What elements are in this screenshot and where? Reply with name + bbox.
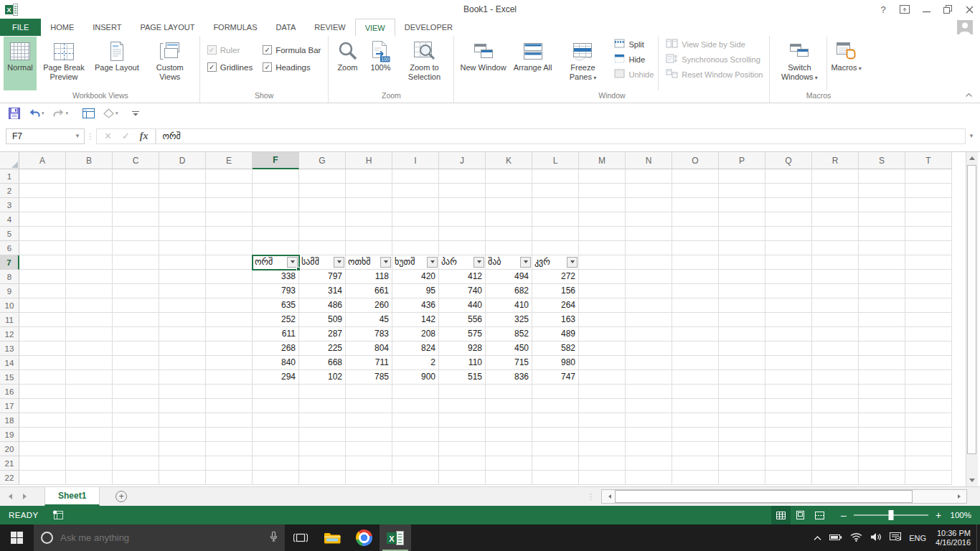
cell-Q21[interactable] — [765, 456, 812, 471]
cell-I1[interactable] — [392, 169, 439, 184]
cell-T12[interactable] — [905, 327, 952, 342]
cell-S18[interactable] — [859, 413, 905, 428]
cell-Q11[interactable] — [765, 313, 812, 327]
cell-D18[interactable] — [159, 413, 206, 428]
cell-E16[interactable] — [206, 385, 253, 399]
cell-L21[interactable] — [532, 456, 579, 471]
cell-R1[interactable] — [812, 169, 859, 184]
tab-home[interactable]: HOME — [41, 19, 83, 36]
cell-M22[interactable] — [579, 471, 626, 485]
row-header-17[interactable]: 17 — [0, 399, 19, 413]
cell-L14[interactable]: 980 — [532, 356, 579, 370]
save-button[interactable] — [6, 106, 23, 121]
row-header-6[interactable]: 6 — [0, 241, 19, 255]
cell-J2[interactable] — [439, 184, 486, 198]
cell-K21[interactable] — [486, 456, 532, 471]
row-header-15[interactable]: 15 — [0, 370, 19, 385]
cell-C1[interactable] — [113, 169, 159, 184]
cell-O9[interactable] — [672, 284, 719, 298]
row-header-21[interactable]: 21 — [0, 456, 19, 471]
tab-file[interactable]: FILE — [0, 19, 41, 36]
cell-L11[interactable]: 163 — [532, 313, 579, 327]
cell-C6[interactable] — [113, 241, 159, 255]
cell-G4[interactable] — [299, 212, 346, 227]
cell-J14[interactable]: 110 — [439, 356, 486, 370]
cell-P6[interactable] — [719, 241, 765, 255]
cell-C5[interactable] — [113, 227, 159, 241]
cell-H8[interactable]: 118 — [346, 270, 392, 284]
scroll-up-arrow[interactable] — [966, 152, 978, 164]
cell-M18[interactable] — [579, 413, 626, 428]
cell-B2[interactable] — [66, 184, 113, 198]
cell-C8[interactable] — [113, 270, 159, 284]
tab-review[interactable]: REVIEW — [305, 19, 354, 36]
cell-G11[interactable]: 509 — [299, 313, 346, 327]
cell-I10[interactable]: 436 — [392, 298, 439, 313]
cell-T6[interactable] — [905, 241, 952, 255]
previous-sheet-arrow[interactable] — [0, 487, 17, 506]
cell-E21[interactable] — [206, 456, 253, 471]
column-header-L[interactable]: L — [532, 152, 579, 169]
zoom-100-button[interactable]: 100 100% — [364, 37, 397, 90]
close-button[interactable] — [958, 0, 980, 19]
cell-H18[interactable] — [346, 413, 392, 428]
cell-E18[interactable] — [206, 413, 253, 428]
cell-N12[interactable] — [626, 327, 672, 342]
status-page-break-preview-button[interactable] — [810, 506, 829, 524]
filter-dropdown-button[interactable] — [473, 257, 484, 268]
cell-F13[interactable]: 268 — [253, 342, 299, 356]
cell-I5[interactable] — [392, 227, 439, 241]
cell-P17[interactable] — [719, 399, 765, 413]
cell-O6[interactable] — [672, 241, 719, 255]
cell-T5[interactable] — [905, 227, 952, 241]
cell-L2[interactable] — [532, 184, 579, 198]
cell-H15[interactable]: 785 — [346, 370, 392, 385]
cell-T17[interactable] — [905, 399, 952, 413]
cell-Q5[interactable] — [765, 227, 812, 241]
cell-I8[interactable]: 420 — [392, 270, 439, 284]
cell-H6[interactable] — [346, 241, 392, 255]
zoom-slider-thumb[interactable] — [889, 510, 894, 520]
cell-A5[interactable] — [19, 227, 66, 241]
cell-M15[interactable] — [579, 370, 626, 385]
cell-G20[interactable] — [299, 442, 346, 456]
cell-J15[interactable]: 515 — [439, 370, 486, 385]
cell-O14[interactable] — [672, 356, 719, 370]
cell-L18[interactable] — [532, 413, 579, 428]
cell-M8[interactable] — [579, 270, 626, 284]
cell-P3[interactable] — [719, 198, 765, 212]
cell-Q2[interactable] — [765, 184, 812, 198]
new-sheet-button[interactable]: + — [116, 491, 127, 502]
cell-N4[interactable] — [626, 212, 672, 227]
cell-H19[interactable] — [346, 428, 392, 442]
cell-R15[interactable] — [812, 370, 859, 385]
cell-D5[interactable] — [159, 227, 206, 241]
cell-H3[interactable] — [346, 198, 392, 212]
cell-P13[interactable] — [719, 342, 765, 356]
cell-E19[interactable] — [206, 428, 253, 442]
cell-D12[interactable] — [159, 327, 206, 342]
cell-N10[interactable] — [626, 298, 672, 313]
hidden-icons-chevron[interactable] — [814, 533, 821, 543]
cell-O13[interactable] — [672, 342, 719, 356]
cell-D21[interactable] — [159, 456, 206, 471]
cell-C3[interactable] — [113, 198, 159, 212]
cell-A11[interactable] — [19, 313, 66, 327]
cell-B8[interactable] — [66, 270, 113, 284]
cell-B3[interactable] — [66, 198, 113, 212]
zoom-out-button[interactable]: – — [839, 509, 848, 521]
cell-N2[interactable] — [626, 184, 672, 198]
cell-E15[interactable] — [206, 370, 253, 385]
cell-O16[interactable] — [672, 385, 719, 399]
cell-K20[interactable] — [486, 442, 532, 456]
filter-dropdown-button[interactable] — [567, 257, 578, 268]
cell-I15[interactable]: 900 — [392, 370, 439, 385]
cell-K10[interactable]: 410 — [486, 298, 532, 313]
cell-T3[interactable] — [905, 198, 952, 212]
cell-F10[interactable]: 635 — [253, 298, 299, 313]
cell-M14[interactable] — [579, 356, 626, 370]
formula-bar-checkbox[interactable]: Formula Bar — [263, 45, 321, 55]
cell-H20[interactable] — [346, 442, 392, 456]
cell-T21[interactable] — [905, 456, 952, 471]
cell-I4[interactable] — [392, 212, 439, 227]
